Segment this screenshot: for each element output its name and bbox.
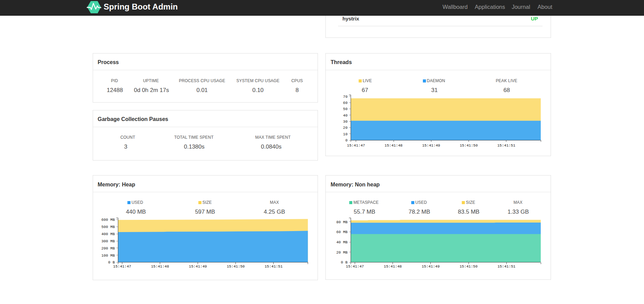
svg-text:600 MB: 600 MB — [101, 218, 115, 222]
svg-text:100 MB: 100 MB — [101, 254, 115, 258]
svg-text:15:41:49: 15:41:49 — [421, 264, 440, 269]
svg-text:15:41:50: 15:41:50 — [460, 264, 478, 269]
svg-text:15:41:50: 15:41:50 — [227, 264, 245, 269]
svg-text:200 MB: 200 MB — [101, 246, 115, 250]
svg-text:70: 70 — [343, 95, 348, 99]
svg-text:15:41:48: 15:41:48 — [385, 143, 403, 148]
svg-text:15:41:51: 15:41:51 — [497, 143, 515, 148]
svg-text:15:41:51: 15:41:51 — [264, 264, 282, 269]
svg-text:40: 40 — [343, 113, 348, 118]
svg-text:30: 30 — [343, 120, 348, 124]
svg-text:15:41:47: 15:41:47 — [113, 264, 131, 269]
svg-text:15:41:48: 15:41:48 — [384, 264, 402, 269]
svg-text:15:41:51: 15:41:51 — [497, 264, 516, 269]
svg-text:50: 50 — [343, 107, 348, 111]
svg-text:15:41:49: 15:41:49 — [189, 264, 207, 269]
svg-text:500 MB: 500 MB — [101, 225, 115, 229]
svg-text:80 MB: 80 MB — [336, 220, 348, 224]
svg-text:300 MB: 300 MB — [101, 239, 115, 243]
svg-text:60 MB: 60 MB — [336, 230, 348, 234]
svg-text:60: 60 — [343, 101, 348, 105]
svg-text:15:41:50: 15:41:50 — [460, 143, 478, 148]
svg-text:400 MB: 400 MB — [101, 232, 115, 236]
svg-text:20: 20 — [343, 126, 348, 130]
svg-text:15:41:47: 15:41:47 — [347, 143, 365, 148]
svg-text:0: 0 — [345, 138, 348, 142]
svg-text:0 B: 0 B — [341, 260, 348, 264]
svg-text:10: 10 — [343, 132, 348, 136]
svg-text:20 MB: 20 MB — [336, 250, 348, 255]
svg-text:15:41:49: 15:41:49 — [422, 143, 440, 148]
svg-text:15:41:47: 15:41:47 — [346, 264, 364, 269]
svg-text:15:41:48: 15:41:48 — [151, 264, 169, 269]
svg-text:40 MB: 40 MB — [336, 240, 348, 244]
svg-text:0 B: 0 B — [108, 260, 115, 264]
